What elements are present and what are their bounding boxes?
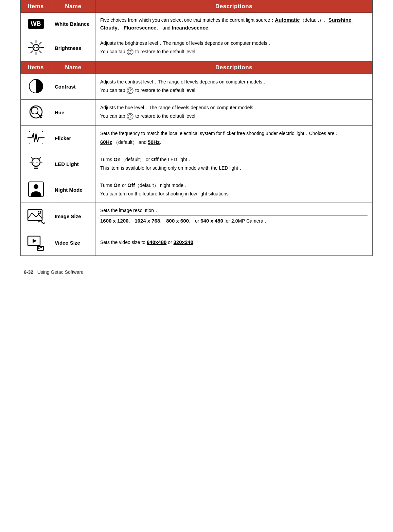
contrast-icon-cell [21, 74, 51, 100]
brightness-desc: Adjusts the brightness level．The range o… [95, 35, 373, 61]
table-row: Night Mode Turns On or Off（default） nigh… [21, 177, 373, 203]
hue-name: Hue [51, 100, 95, 126]
led-desc-line2: This item is available for setting only … [100, 165, 368, 172]
flicker-icon [27, 129, 45, 147]
table-row: LED Light Turns On（default） or Off the L… [21, 151, 373, 177]
led-desc: Turns On（default） or Off the LED light． … [95, 151, 373, 177]
image-size-icon [27, 207, 45, 225]
svg-line-33 [40, 157, 41, 158]
table-row: Hue Adjusts the hue level．The range of l… [21, 100, 373, 126]
svg-line-32 [31, 157, 32, 158]
image-size-name: Image Size [51, 203, 95, 230]
led-desc-line1: Turns On（default） or Off the LED light． [100, 156, 368, 164]
wb-icon-cell: WB [21, 13, 51, 35]
table2-header-row: Items Name Descriptions [21, 61, 373, 74]
contrast-icon [27, 77, 45, 95]
table-row: Brightness Adjusts the brightness level．… [21, 35, 373, 61]
table2-header-items: Items [21, 61, 51, 74]
image-icon-cell [21, 203, 51, 230]
table2-header-name: Name [51, 61, 95, 74]
wb-icon: WB [28, 19, 44, 29]
wb-desc-text: Five choices from which you can select o… [100, 17, 356, 31]
table2-header-desc: Descriptions [95, 61, 373, 74]
video-size-desc-line1: Sets the video size to 640x480 or 320x24… [100, 239, 368, 246]
flicker-desc-line1: Sets the frequency to match the local el… [100, 130, 368, 137]
night-desc: Turns On or Off（default） night mode． You… [95, 177, 373, 203]
svg-line-39 [41, 221, 44, 224]
svg-point-36 [34, 184, 38, 189]
wb-name: White Balance [51, 13, 95, 35]
night-desc-line2: You can turn on the feature for shooting… [100, 190, 368, 197]
brightness-desc-line2: You can tap to restore to the default le… [100, 48, 368, 56]
contrast-desc: Adjusts the contrast level．The range of … [95, 74, 373, 100]
video-size-name: Video Size [51, 230, 95, 255]
footer-label: Using Getac Software [37, 269, 84, 275]
flicker-desc-line2: 60Hz （default） and 50Hz. [100, 138, 368, 146]
table-row: Video Size Sets the video size to 640x48… [21, 230, 373, 255]
image-size-desc: Sets the image resolution． 1600 x 1200、 … [95, 203, 373, 230]
night-icon [27, 180, 45, 198]
hue-desc-line1: Adjusts the hue level．The range of level… [100, 104, 368, 111]
hue-icon [27, 103, 45, 121]
video-icon-cell [21, 230, 51, 255]
table1-header-name: Name [51, 0, 95, 13]
table1-header-desc: Descriptions [95, 0, 373, 13]
page-number: 6-32 [24, 269, 33, 275]
contrast-name: Contrast [51, 74, 95, 100]
wb-desc: Five choices from which you can select o… [95, 13, 373, 35]
brightness-icon-cell [21, 35, 51, 61]
table-row: Contrast Adjusts the contrast level．The … [21, 74, 373, 100]
brightness-icon [27, 39, 45, 56]
flicker-desc: Sets the frequency to match the local el… [95, 126, 373, 151]
table1-header-items: Items [21, 0, 51, 13]
night-desc-line1: Turns On or Off（default） night mode． [100, 182, 368, 189]
svg-line-7 [39, 42, 41, 44]
image-size-desc-line2: 1600 x 1200、 1024 x 768、 800 x 600、 or 6… [100, 215, 368, 225]
svg-line-5 [31, 42, 33, 44]
led-name: LED Light [51, 151, 95, 177]
night-icon-cell [21, 177, 51, 203]
contrast-desc-line1: Adjusts the contrast level．The range of … [100, 78, 368, 86]
hue-desc-line2: You can tap to restore to the default le… [100, 113, 368, 120]
table-row: Image Size Sets the image resolution． 16… [21, 203, 373, 230]
table1-header-row: Items Name Descriptions [21, 0, 373, 13]
image-size-desc-line1: Sets the image resolution． [100, 207, 368, 214]
brightness-name: Brightness [51, 35, 95, 61]
contrast-desc-line2: You can tap to restore to the default le… [100, 87, 368, 94]
svg-marker-41 [33, 239, 37, 243]
led-icon [27, 155, 45, 172]
footer: 6-32 Using Getac Software [20, 269, 373, 275]
led-icon-cell [21, 151, 51, 177]
video-size-icon [27, 233, 45, 251]
brightness-desc-line1: Adjusts the brightness level．The range o… [100, 40, 368, 47]
table-row: WB White Balance Five choices from which… [21, 13, 373, 35]
video-size-desc: Sets the video size to 640x480 or 320x24… [95, 230, 373, 255]
table-row: Flicker Sets the frequency to match the … [21, 126, 373, 151]
hue-desc: Adjusts the hue level．The range of level… [95, 100, 373, 126]
svg-line-6 [39, 51, 41, 53]
svg-marker-43 [38, 247, 40, 249]
svg-point-38 [38, 211, 41, 214]
night-name: Night Mode [51, 177, 95, 203]
hue-icon-cell [21, 100, 51, 126]
flicker-icon-cell [21, 126, 51, 151]
svg-line-8 [31, 51, 33, 53]
flicker-name: Flicker [51, 126, 95, 151]
